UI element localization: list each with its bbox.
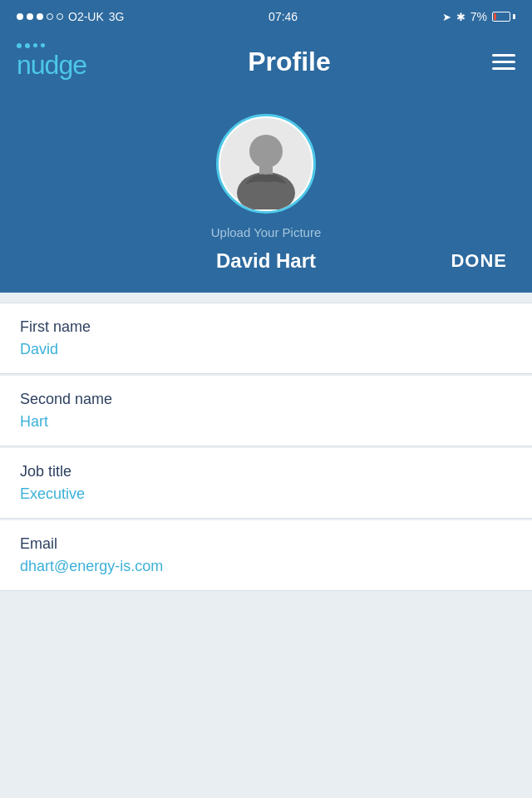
field-card-3[interactable]: Emaildhart@energy-is.com: [0, 520, 532, 591]
field-label-2: Job title: [20, 463, 512, 480]
field-label-0: First name: [20, 318, 512, 336]
profile-name: David Hart: [25, 249, 507, 273]
status-bar: O2-UK 3G 07:46 ➤ ✱ 7%: [0, 0, 532, 33]
field-value-0: David: [20, 341, 512, 358]
field-value-2: Executive: [20, 485, 512, 503]
page-title: Profile: [86, 47, 492, 77]
svg-rect-4: [259, 165, 273, 175]
logo-dot-1: [17, 43, 22, 48]
profile-section: Upload Your Picture David Hart DONE: [0, 97, 532, 293]
field-label-1: Second name: [20, 391, 512, 408]
field-value-1: Hart: [20, 413, 512, 431]
done-button[interactable]: DONE: [451, 250, 507, 272]
logo-dots: [17, 43, 86, 48]
hamburger-line-3: [492, 67, 515, 70]
field-card-2[interactable]: Job titleExecutive: [0, 448, 532, 519]
avatar-container[interactable]: [216, 114, 316, 214]
network-label: 3G: [109, 10, 125, 23]
menu-button[interactable]: [492, 54, 515, 70]
logo-dot-3: [33, 43, 37, 47]
field-label-3: Email: [20, 535, 512, 553]
field-card-0[interactable]: First nameDavid: [0, 303, 532, 374]
battery-icon: [492, 12, 515, 22]
app-logo: nudge: [17, 50, 86, 81]
logo-container: nudge: [17, 43, 86, 81]
field-value-3: dhart@energy-is.com: [20, 558, 512, 575]
carrier-label: O2-UK: [68, 10, 104, 23]
status-left: O2-UK 3G: [17, 10, 124, 23]
logo-dot-4: [41, 43, 45, 47]
hamburger-line-2: [492, 61, 515, 63]
form-section: First nameDavidSecond nameHartJob titleE…: [0, 293, 532, 603]
field-card-1[interactable]: Second nameHart: [0, 376, 532, 446]
battery-percent: 7%: [470, 10, 487, 23]
avatar-image: [220, 118, 312, 209]
status-right: ➤ ✱ 7%: [442, 10, 515, 23]
time-label: 07:46: [268, 10, 298, 23]
svg-point-2: [249, 135, 283, 168]
bluetooth-icon: ✱: [456, 11, 466, 23]
logo-dot-2: [25, 43, 30, 48]
app-header: nudge Profile: [0, 33, 532, 97]
signal-icon: [17, 13, 63, 20]
location-icon: ➤: [442, 11, 451, 23]
upload-picture-label[interactable]: Upload Your Picture: [211, 225, 322, 239]
hamburger-line-1: [492, 54, 515, 57]
profile-name-row: David Hart DONE: [0, 249, 532, 273]
